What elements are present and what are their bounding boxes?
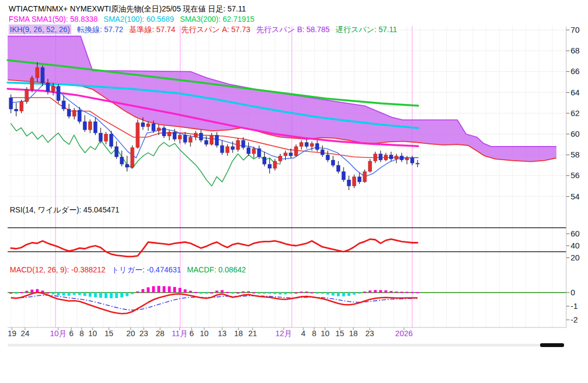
candle [347,180,351,186]
y-axis-label: -2 [571,315,578,324]
candle [215,135,219,145]
rsi-line [11,239,418,257]
candle [284,153,287,156]
y-axis-label: 62 [571,108,580,118]
macd-histogram-bar [68,293,70,296]
candle [321,150,324,155]
macd-histogram-bar [168,287,170,293]
candle [384,155,388,160]
macd-histogram-bar [400,292,403,293]
candle [104,134,108,141]
macd-histogram-bar [305,291,308,293]
candle [289,153,293,156]
legend-sma3: SMA3(200): 62.71915 [180,15,254,23]
candle [416,163,420,165]
candle [78,110,82,121]
candle [379,154,383,160]
x-axis-label: 6 [69,329,74,338]
candle [373,154,377,161]
candle [220,145,224,153]
x-axis-label: 13 [218,329,226,338]
candle [109,134,113,147]
x-axis-label: 12月 [275,329,292,338]
candle [210,135,213,144]
candle [326,155,330,160]
candle [305,142,309,147]
candle [225,147,229,153]
macd-histogram-bar [358,293,361,294]
macd-histogram-bar [115,293,118,298]
macd-histogram-bar [194,292,197,293]
x-axis-label: 24 [21,329,29,338]
candle [173,132,176,139]
legend-sma2: SMA2(100): 60.5689 [103,15,174,23]
macd-histogram-bar [220,290,223,293]
candle [294,147,298,156]
macd-histogram-bar [147,287,150,293]
candle [194,133,198,137]
candle [120,157,124,164]
x-axis-label: 4 [301,329,305,338]
x-axis-label: 10 [88,329,97,338]
candle [157,128,161,131]
macd-histogram-bar [52,293,54,294]
x-axis-label: 15 [335,329,344,338]
y-axis-label: 40 [571,241,580,250]
macd-histogram-bar [210,293,213,294]
macd-histogram-bar [416,292,419,293]
macd-histogram-bar [384,290,387,293]
price-chart-canvas[interactable]: 7068666462605856546040200-1-2192410月6810… [0,0,588,383]
legend-senkou-a: 先行スパン A: 57.73 [181,25,250,34]
candle [315,143,319,150]
candle [252,149,256,154]
candle [199,133,203,140]
candle [115,147,119,157]
candle [310,143,314,147]
macd-histogram-bar [347,293,350,296]
x-axis-label: 10月 [50,329,67,338]
candle [358,177,362,182]
legend-ikh: IKH(9, 26, 52, 26) [9,25,71,34]
candle [363,172,367,182]
x-axis-label: 8 [312,329,316,338]
macd-histogram-bar [273,293,276,294]
y-axis-label: 0 [571,288,575,297]
macd-histogram-bar [326,293,329,295]
candle [146,124,150,127]
legend-tenkan: 転換線: 57.72 [77,25,123,34]
candle [168,132,171,136]
candle [131,148,134,167]
horizontal-scrollbar-track[interactable] [8,344,564,346]
macd-histogram-bar [316,293,318,294]
chart-svg: 7068666462605856546040200-1-2192410月6810… [0,0,588,383]
x-axis-label: 18 [349,329,358,338]
macd-histogram-bar [247,291,250,293]
y-axis-label: 64 [571,88,580,97]
macd-histogram-bar [30,290,33,293]
candle [83,121,87,130]
candle [336,165,340,172]
x-axis-label: 20 [126,329,135,338]
macdf-value-label: MACDF: 0.08642 [187,265,246,274]
candle [236,141,240,150]
candle [162,128,166,136]
candle [30,78,34,89]
macd-histogram-bar [179,288,181,293]
macd-histogram-bar [242,291,244,293]
macd-histogram-bar [237,293,240,294]
candle [268,164,272,168]
macd-histogram-bar [83,293,86,296]
x-axis-label: 18 [234,329,243,338]
macd-histogram-bar [120,293,123,297]
macd-histogram-bar [136,291,139,293]
macd-histogram-bar [411,292,414,293]
candle [241,141,245,148]
candle [258,149,261,157]
candle [278,156,282,161]
x-axis-label: 15 [105,329,113,338]
trigger-value-label: トリガー: -0.474631 [112,265,181,274]
candle [125,164,129,167]
chart-title-bar: WTIACTM/NMX+ NYMEXWTI原油先物(全日)25/05 現在値 日… [9,4,250,14]
macd-histogram-bar [41,290,44,293]
horizontal-scrollbar-thumb[interactable] [540,343,564,347]
